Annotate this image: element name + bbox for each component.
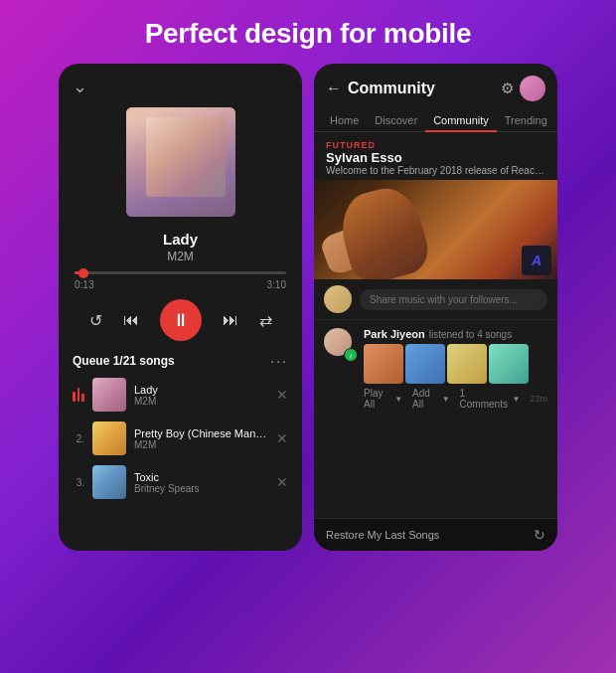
now-playing-bars xyxy=(73,388,84,402)
queue-item-num: 2. xyxy=(73,433,84,444)
queue-item-title: Pretty Boy (Chinese Mandarin Versi... xyxy=(134,427,268,439)
chevron-down-icon[interactable]: ⌄ xyxy=(73,76,87,97)
time-current: 0:13 xyxy=(75,279,93,290)
community-title: Community xyxy=(348,80,495,97)
queue-item-title: Lady xyxy=(134,384,268,396)
progress-fill xyxy=(75,271,83,274)
phone-community: ← Community ⚙ Home Discover Community Tr… xyxy=(314,64,557,551)
pause-button[interactable]: ⏸ xyxy=(160,299,202,341)
queue-item-artist: M2M xyxy=(134,396,268,407)
progress-area[interactable] xyxy=(59,263,302,276)
song-artist: M2M xyxy=(59,250,302,263)
queue-thumb xyxy=(92,421,126,455)
activity-thumbs xyxy=(364,344,547,384)
queue-item: Lady M2M ✕ xyxy=(59,373,302,417)
next-icon[interactable]: ⏭ xyxy=(223,311,238,329)
queue-item-info: Lady M2M xyxy=(134,384,268,407)
controls-row: ↺ ⏮ ⏸ ⏭ ⇄ xyxy=(59,293,302,347)
queue-thumb xyxy=(92,465,126,499)
comments-button[interactable]: 1 Comments ▼ xyxy=(460,388,521,410)
restore-icon[interactable]: ↻ xyxy=(534,527,545,543)
bar2 xyxy=(77,388,80,402)
queue-item-info: Toxic Britney Spears xyxy=(134,471,268,494)
activity-avatar-wrap: ♪ xyxy=(324,328,356,360)
activity-thumb-2 xyxy=(405,344,445,384)
back-icon[interactable]: ← xyxy=(326,80,342,97)
restore-bar: Restore My Last Songs ↻ xyxy=(314,518,557,551)
share-row xyxy=(314,279,557,320)
album-art xyxy=(126,107,235,217)
queue-item-artist: Britney Spears xyxy=(134,483,268,494)
featured-image-badge: A xyxy=(522,246,551,275)
queue-thumb xyxy=(92,378,126,412)
music-note-icon: ♪ xyxy=(349,352,353,359)
play-all-button[interactable]: Play All ▼ xyxy=(364,388,402,410)
queue-list: Lady M2M ✕ 2. Pretty Boy (Chinese Mandar… xyxy=(59,373,302,551)
repeat-icon[interactable]: ↺ xyxy=(89,311,102,330)
queue-item-info: Pretty Boy (Chinese Mandarin Versi... M2… xyxy=(134,427,268,450)
queue-options-button[interactable]: ··· xyxy=(270,353,288,369)
album-art-container xyxy=(59,103,302,227)
user-avatar[interactable] xyxy=(520,76,545,101)
activity-row: ♪ Park Jiyeon listened to 4 songs Play A… xyxy=(314,320,557,414)
queue-remove-button[interactable]: ✕ xyxy=(276,474,288,490)
queue-item: 3. Toxic Britney Spears ✕ xyxy=(59,460,302,504)
activity-music-badge: ♪ xyxy=(344,348,358,362)
tab-home[interactable]: Home xyxy=(322,109,367,131)
community-tabs: Home Discover Community Trending xyxy=(314,109,557,132)
pause-icon: ⏸ xyxy=(172,310,190,331)
add-all-arrow-icon: ▼ xyxy=(442,395,450,404)
album-art-image xyxy=(126,107,235,217)
add-all-button[interactable]: Add All ▼ xyxy=(412,388,450,410)
phones-container: ⌄ Lady M2M 0:13 3:10 ↺ ⏮ ⏸ ⏭ xyxy=(0,64,616,551)
page-headline: Perfect design for mobile xyxy=(125,0,492,64)
phone-player: ⌄ Lady M2M 0:13 3:10 ↺ ⏮ ⏸ ⏭ xyxy=(59,64,302,551)
bar3 xyxy=(81,394,84,402)
time-total: 3:10 xyxy=(267,279,286,290)
shuffle-icon[interactable]: ⇄ xyxy=(259,311,272,330)
play-all-arrow-icon: ▼ xyxy=(394,395,402,404)
queue-item: 2. Pretty Boy (Chinese Mandarin Versi...… xyxy=(59,417,302,460)
restore-text: Restore My Last Songs xyxy=(326,529,439,541)
featured-image[interactable]: A xyxy=(314,180,557,279)
tab-trending[interactable]: Trending xyxy=(497,109,555,131)
comments-arrow-icon: ▼ xyxy=(513,395,521,404)
community-header: ← Community ⚙ xyxy=(314,64,557,109)
queue-header: Queue 1/21 songs ··· xyxy=(59,347,302,373)
activity-actions: Play All ▼ Add All ▼ 1 Comments ▼ 23m xyxy=(364,388,547,410)
queue-item-artist: M2M xyxy=(134,439,268,450)
share-user-avatar xyxy=(324,285,352,313)
prev-icon[interactable]: ⏮ xyxy=(123,311,139,329)
queue-item-title: Toxic xyxy=(134,471,268,483)
song-title: Lady xyxy=(59,231,302,248)
activity-thumb-4 xyxy=(489,344,529,384)
queue-label: Queue 1/21 songs xyxy=(73,354,175,368)
settings-icon[interactable]: ⚙ xyxy=(501,80,514,97)
queue-item-num: 3. xyxy=(73,477,84,488)
progress-dot xyxy=(78,268,88,278)
activity-action-text: listened to 4 songs xyxy=(429,329,512,340)
activity-time: 23m xyxy=(530,394,547,404)
tab-community[interactable]: Community xyxy=(425,109,497,131)
share-input[interactable] xyxy=(360,289,547,310)
time-row: 0:13 3:10 xyxy=(59,276,302,293)
tab-discover[interactable]: Discover xyxy=(367,109,425,131)
queue-remove-button[interactable]: ✕ xyxy=(276,387,288,403)
activity-thumb-1 xyxy=(364,344,403,384)
featured-description: Welcome to the February 2018 release of … xyxy=(326,165,545,176)
queue-remove-button[interactable]: ✕ xyxy=(276,430,288,446)
activity-thumb-3 xyxy=(447,344,487,384)
bar1 xyxy=(73,392,76,402)
activity-user-line: Park Jiyeon listened to 4 songs xyxy=(364,328,547,340)
featured-artist: Sylvan Esso xyxy=(326,150,545,165)
progress-bar[interactable] xyxy=(75,271,286,274)
featured-label: FUTURED xyxy=(326,140,545,150)
activity-content: Park Jiyeon listened to 4 songs Play All… xyxy=(364,328,547,410)
activity-username: Park Jiyeon xyxy=(364,328,425,340)
player-header: ⌄ xyxy=(59,64,302,103)
featured-section: FUTURED Sylvan Esso Welcome to the Febru… xyxy=(314,132,557,180)
